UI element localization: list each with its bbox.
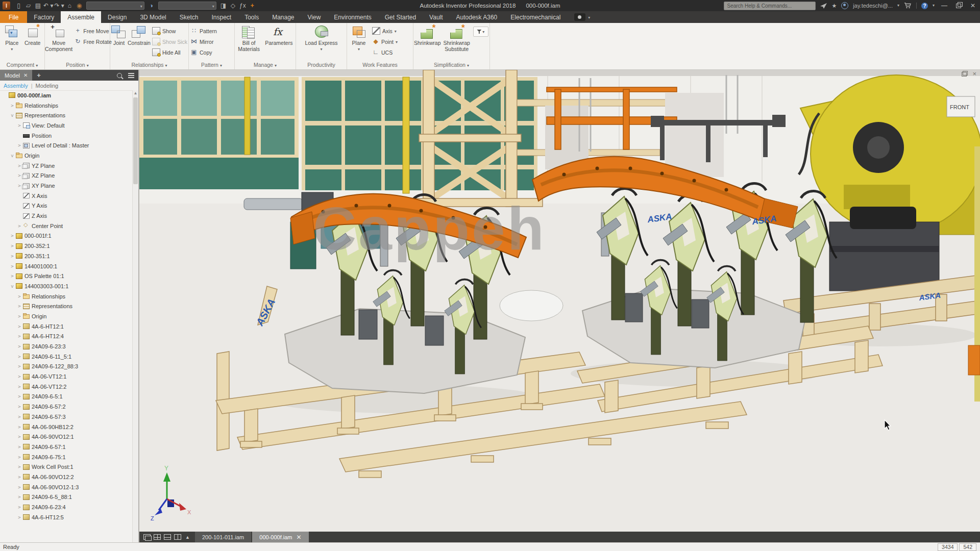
tree-expander-icon[interactable]: >	[9, 264, 15, 269]
add-icon[interactable]: +	[248, 2, 257, 10]
load-express-button[interactable]: Load Express	[300, 24, 344, 51]
open-icon[interactable]: ▱	[24, 2, 33, 10]
tree-expander-icon[interactable]: >	[9, 273, 15, 279]
tree-expander-icon[interactable]: >	[16, 344, 22, 349]
ribbon-tab[interactable]: View	[301, 11, 328, 23]
tree-item[interactable]: > Level of Detail : Master	[0, 140, 133, 151]
manage-group-label[interactable]: Manage	[235, 60, 296, 69]
constrain-button[interactable]: Constrain	[128, 24, 151, 46]
tree-item[interactable]: > 24A09-6-57:3	[0, 412, 133, 422]
simplification-group-label[interactable]: Simplification	[413, 60, 490, 69]
viewport-close-icon[interactable]: ×	[972, 71, 976, 77]
undo-icon[interactable]: ↶ ▾	[43, 2, 53, 10]
ribbon-tab[interactable]: Get Started	[378, 11, 423, 23]
tree-expander-icon[interactable]: >	[16, 334, 22, 339]
ribbon-tab[interactable]: 3D Model	[133, 11, 173, 23]
tree-expander-icon[interactable]: >	[16, 123, 22, 128]
tree-item[interactable]: > 4A-6-HT12:1	[0, 321, 133, 332]
tree-item[interactable]: > 24A09-6-23:3	[0, 341, 133, 352]
tree-expander-icon[interactable]: >	[16, 324, 22, 329]
tree-item[interactable]: v 144003003-001:1	[0, 281, 133, 291]
create-button[interactable]: Create	[24, 24, 41, 46]
tree-expander-icon[interactable]: >	[16, 294, 22, 299]
tree-item[interactable]: > 4A-06-90VO12:1	[0, 432, 133, 442]
tree-expander-icon[interactable]: >	[16, 223, 22, 229]
browser-menu-icon[interactable]	[128, 75, 134, 76]
shrinkwrap-substitute-button[interactable]: Shrinkwrap Substitute	[442, 24, 472, 53]
document-tab[interactable]: 200-101-011.iam	[195, 532, 251, 542]
point-button[interactable]: ◆ Point	[371, 36, 399, 47]
move-component-button[interactable]: Move Component	[45, 24, 72, 53]
panel-splitter[interactable]	[138, 70, 139, 542]
adjust-icon[interactable]: ◨	[219, 2, 228, 10]
tree-item[interactable]: > 4A-6-HT12:5	[0, 512, 133, 522]
tree-expander-icon[interactable]: >	[16, 464, 22, 469]
tree-expander-icon[interactable]: >	[16, 444, 22, 449]
ribbon-tab[interactable]: Assemble	[61, 11, 101, 23]
save-icon[interactable]: ▤	[34, 2, 42, 10]
tree-expander-icon[interactable]: >	[16, 494, 22, 499]
minimize-button[interactable]: —	[939, 1, 949, 10]
work-features-group-label[interactable]: Work Features	[347, 60, 413, 69]
browser-search-icon[interactable]	[117, 73, 122, 78]
tree-item[interactable]: > 24A09-6-57:2	[0, 402, 133, 412]
parameters-fx-icon[interactable]: ƒx	[238, 2, 247, 10]
ribbon-tab[interactable]: Factory	[27, 11, 61, 23]
tree-expander-icon[interactable]: >	[16, 424, 22, 430]
tree-expander-icon[interactable]: >	[16, 455, 22, 460]
tree-expander-icon[interactable]: >	[16, 384, 22, 389]
help-search-input[interactable]	[724, 2, 816, 10]
shrinkwrap-button[interactable]: Shrinkwrap	[413, 24, 442, 46]
simplification-filter-button[interactable]	[473, 27, 488, 37]
document-tab-active[interactable]: 000-000f.iam ✕	[252, 532, 308, 542]
tree-item[interactable]: v Representations	[0, 110, 133, 120]
tree-item[interactable]: > Origin	[0, 311, 133, 321]
tree-item[interactable]: > 24A09-6-5_88:1	[0, 492, 133, 503]
tree-item[interactable]: > Work Cell Post:1	[0, 462, 133, 472]
tree-item[interactable]: > OS Palette 01:1	[0, 271, 133, 281]
scroll-up-icon[interactable]: ▲	[133, 90, 138, 96]
ribbon-tab[interactable]: Inspect	[205, 11, 238, 23]
tree-item[interactable]: > 200-351:1	[0, 251, 133, 261]
bill-of-materials-button[interactable]: Bill of Materials	[236, 24, 262, 53]
free-rotate-button[interactable]: ↻ Free Rotate	[72, 36, 113, 47]
screencast-record-icon[interactable]	[574, 13, 585, 21]
show-sick-button[interactable]: Show Sick	[151, 36, 189, 47]
tree-expander-icon[interactable]: >	[16, 485, 22, 490]
tree-expander-icon[interactable]: v	[9, 113, 15, 118]
help-icon[interactable]: ?	[921, 3, 928, 9]
tree-item[interactable]: v Origin	[0, 151, 133, 161]
close-button[interactable]: ✕	[968, 1, 978, 10]
tree-item[interactable]: Z Axis	[0, 211, 133, 221]
tree-item[interactable]: 000-000f.iam	[0, 90, 133, 101]
vertical-split-icon[interactable]	[174, 534, 181, 540]
ribbon-tab[interactable]: Design	[101, 11, 133, 23]
tree-item[interactable]: X Axis	[0, 191, 133, 201]
mirror-button[interactable]: ⋈ Mirror	[189, 36, 218, 47]
viewport-restore-icon[interactable]	[962, 72, 967, 77]
tree-item[interactable]: > 24A09-6-57:1	[0, 442, 133, 452]
tree-expander-icon[interactable]: >	[16, 364, 22, 369]
tree-expander-icon[interactable]: >	[9, 254, 15, 259]
tree-expander-icon[interactable]: >	[16, 404, 22, 409]
pattern-button[interactable]: ∷ Pattern	[189, 26, 218, 36]
tree-item[interactable]: > XY Plane	[0, 181, 133, 191]
tree-expander-icon[interactable]: >	[16, 354, 22, 359]
favorites-star-icon[interactable]: ★	[831, 2, 837, 9]
close-panel-icon[interactable]: ✕	[23, 72, 28, 78]
productivity-group-label[interactable]: Productivity	[296, 60, 347, 69]
appearance-select[interactable]	[158, 2, 216, 10]
tree-expander-icon[interactable]: >	[16, 515, 22, 520]
tree-expander-icon[interactable]: >	[9, 103, 15, 108]
material-select[interactable]	[86, 2, 144, 10]
tree-expander-icon[interactable]: >	[16, 143, 22, 148]
tree-expander-icon[interactable]: >	[16, 474, 22, 480]
viewport-3d[interactable]: ×	[139, 70, 980, 532]
copy-button[interactable]: ▣ Copy	[189, 47, 218, 58]
ribbon-tab[interactable]: Sketch	[173, 11, 205, 23]
close-document-icon[interactable]: ✕	[297, 535, 302, 540]
tree-item[interactable]: > 4A-06-90HB12:2	[0, 422, 133, 432]
measure-icon[interactable]: ◇	[229, 2, 237, 10]
cascade-windows-icon[interactable]	[143, 534, 151, 540]
position-group-label[interactable]: Position	[45, 60, 110, 69]
